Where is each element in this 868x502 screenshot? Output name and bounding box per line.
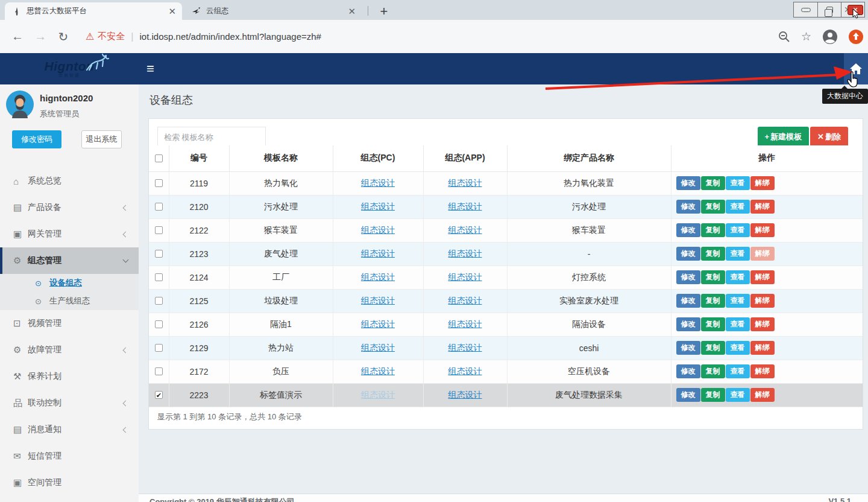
row-action-view-button[interactable]: 查看 (726, 247, 750, 261)
back-button[interactable]: ← (6, 30, 29, 43)
tab-cloud-config[interactable]: 云组态 ✕ (184, 2, 362, 20)
app-config-link[interactable]: 组态设计 (448, 390, 482, 399)
row-checkbox[interactable] (155, 226, 163, 234)
zoom-icon[interactable] (778, 31, 790, 43)
row-action-copy-button[interactable]: 复制 (701, 388, 725, 402)
row-action-copy-button[interactable]: 复制 (701, 341, 725, 355)
row-action-edit-button[interactable]: 修改 (676, 388, 700, 402)
bigdata-center-home-button[interactable] (844, 53, 868, 84)
row-checkbox[interactable] (155, 344, 163, 352)
column-header[interactable]: 绑定产品名称 (507, 145, 671, 171)
column-header[interactable]: 组态(APP) (423, 145, 507, 171)
row-action-copy-button[interactable]: 复制 (701, 223, 725, 237)
pc-config-link[interactable]: 组态设计 (361, 390, 395, 399)
tab2-close-icon[interactable]: ✕ (348, 6, 356, 17)
sidebar-item[interactable]: ⚒ 保养计划 (0, 363, 139, 390)
row-checkbox[interactable] (155, 179, 163, 187)
search-input[interactable] (157, 127, 266, 148)
row-checkbox[interactable] (155, 203, 163, 211)
reload-button[interactable]: ↻ (52, 30, 75, 44)
sidebar-subitem[interactable]: ⊙ 设备组态 (0, 274, 139, 292)
row-action-edit-button[interactable]: 修改 (676, 176, 700, 190)
app-config-link[interactable]: 组态设计 (448, 272, 482, 282)
row-action-view-button[interactable]: 查看 (726, 200, 750, 214)
app-config-link[interactable]: 组态设计 (448, 249, 482, 258)
sidebar-item[interactable]: ⊡ 视频管理 (0, 310, 139, 337)
row-action-view-button[interactable]: 查看 (726, 270, 750, 284)
pc-config-link[interactable]: 组态设计 (361, 366, 395, 376)
row-action-unbind-button[interactable]: 解绑 (750, 341, 775, 355)
app-config-link[interactable]: 组态设计 (448, 202, 482, 211)
sidebar-item[interactable]: ✉ 短信管理 (0, 443, 139, 469)
tab-platform[interactable]: 思普云大数据平台 ✕ (5, 2, 182, 20)
url-text[interactable]: iot.idosp.net/admin/index.html?language=… (140, 31, 321, 42)
window-minimize-button[interactable] (794, 2, 817, 17)
app-config-link[interactable]: 组态设计 (448, 178, 482, 188)
pc-config-link[interactable]: 组态设计 (361, 296, 395, 305)
row-action-view-button[interactable]: 查看 (726, 341, 750, 355)
row-action-unbind-button[interactable]: 解绑 (750, 176, 775, 190)
column-header[interactable]: 编号 (169, 145, 229, 171)
row-action-copy-button[interactable]: 复制 (701, 270, 725, 284)
row-action-view-button[interactable]: 查看 (726, 317, 750, 331)
column-header[interactable]: 组态(PC) (333, 145, 423, 171)
pc-config-link[interactable]: 组态设计 (361, 249, 395, 258)
logout-button[interactable]: 退出系统 (81, 130, 122, 148)
row-checkbox[interactable] (155, 320, 163, 328)
app-config-link[interactable]: 组态设计 (448, 343, 482, 352)
row-action-view-button[interactable]: 查看 (726, 223, 750, 237)
row-action-unbind-button[interactable]: 解绑 (750, 200, 775, 214)
pc-config-link[interactable]: 组态设计 (361, 178, 395, 188)
sidebar-subitem[interactable]: ⊙ 生产线组态 (0, 292, 139, 310)
row-action-view-button[interactable]: 查看 (726, 294, 750, 308)
window-restore-button[interactable] (817, 2, 841, 17)
row-checkbox[interactable] (155, 367, 163, 375)
row-action-edit-button[interactable]: 修改 (676, 317, 700, 331)
row-action-unbind-button[interactable]: 解绑 (750, 270, 775, 284)
window-close-button[interactable]: ✕ ✕ (841, 2, 864, 17)
new-template-button[interactable]: +新建模板 (758, 127, 810, 147)
row-action-unbind-button[interactable]: 解绑 (750, 388, 775, 402)
row-action-copy-button[interactable]: 复制 (701, 317, 725, 331)
tab1-close-icon[interactable]: ✕ (168, 6, 176, 17)
row-checkbox[interactable] (155, 250, 163, 258)
row-action-unbind-button[interactable]: 解绑 (750, 364, 775, 378)
row-action-copy-button[interactable]: 复制 (701, 364, 725, 378)
sidebar-item[interactable]: 品 联动控制 (0, 390, 139, 416)
row-action-edit-button[interactable]: 修改 (676, 247, 700, 261)
forward-button[interactable]: → (29, 30, 52, 43)
row-action-unbind-button[interactable]: 解绑 (750, 317, 775, 331)
row-action-copy-button[interactable]: 复制 (701, 200, 725, 214)
sidebar-item[interactable]: ▣ 网关管理 (0, 221, 139, 247)
bookmark-star-icon[interactable]: ☆ (801, 30, 811, 43)
sidebar-item[interactable]: ⌂ 系统总览 (0, 168, 139, 194)
row-action-edit-button[interactable]: 修改 (676, 200, 700, 214)
browser-update-icon[interactable] (849, 30, 863, 44)
row-action-unbind-button[interactable]: 解绑 (750, 223, 775, 237)
row-action-unbind-button[interactable]: 解绑 (750, 247, 775, 261)
select-all-checkbox[interactable] (155, 154, 163, 162)
row-action-view-button[interactable]: 查看 (726, 388, 750, 402)
app-config-link[interactable]: 组态设计 (448, 366, 482, 376)
row-action-view-button[interactable]: 查看 (726, 364, 750, 378)
app-config-link[interactable]: 组态设计 (448, 296, 482, 305)
column-header[interactable]: 模板名称 (229, 145, 333, 171)
pc-config-link[interactable]: 组态设计 (361, 319, 395, 329)
sidebar-item[interactable]: ▣ 空间管理 (0, 469, 139, 496)
change-password-button[interactable]: 修改密码 (12, 130, 61, 148)
row-action-copy-button[interactable]: 复制 (701, 294, 725, 308)
hamburger-menu-icon[interactable]: ≡ (146, 60, 154, 77)
sidebar-item[interactable]: ▤ 消息通知 (0, 416, 139, 443)
not-secure-label[interactable]: 不安全 (98, 31, 125, 42)
new-tab-button[interactable]: + (376, 4, 392, 19)
sidebar-item[interactable]: ⚙ 组态管理 (0, 247, 139, 274)
pc-config-link[interactable]: 组态设计 (361, 202, 395, 211)
app-config-link[interactable]: 组态设计 (448, 319, 482, 329)
row-action-edit-button[interactable]: 修改 (676, 270, 700, 284)
row-action-edit-button[interactable]: 修改 (676, 223, 700, 237)
row-action-view-button[interactable]: 查看 (726, 176, 750, 190)
row-action-unbind-button[interactable]: 解绑 (750, 294, 775, 308)
row-checkbox[interactable]: ✔ (155, 391, 163, 399)
delete-button[interactable]: ✕删除 (810, 127, 848, 147)
row-checkbox[interactable] (155, 297, 163, 305)
